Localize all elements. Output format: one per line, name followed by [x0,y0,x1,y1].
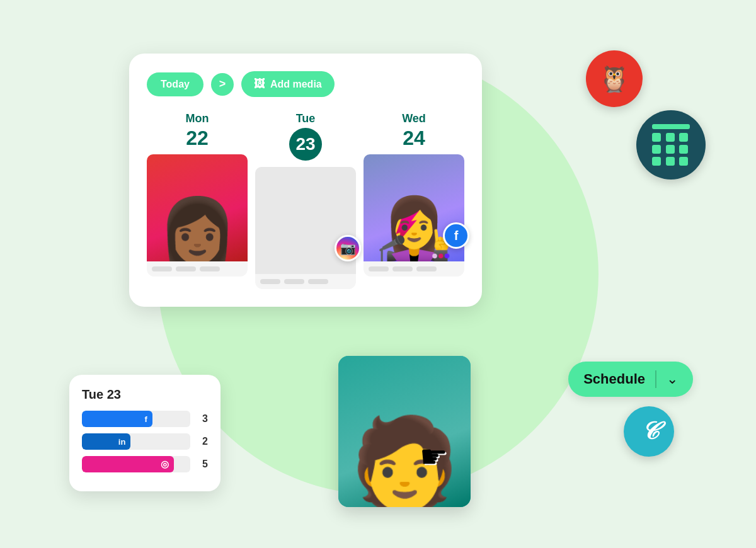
media-icon: 🖼 [254,77,265,91]
cal-cell [679,157,688,166]
instagram-stat-icon: ◎ [161,459,169,470]
day-number-wed: 24 [403,128,425,148]
stat-bar-instagram: ◎ [82,456,174,472]
scene: Today > 🖼 Add media Mon 22 [32,16,724,532]
stat-bar-wrap-instagram: ◎ [82,456,190,472]
day-number-mon: 22 [186,128,209,148]
stat-bar-wrap-linkedin: in [82,433,190,450]
days-row: Mon 22 Tue 23 📷 [147,112,464,289]
stat-row-linkedin: in 2 [82,433,208,450]
stat-bar-wrap-facebook: f [82,411,190,427]
day-name-mon: Mon [186,112,209,125]
instagram-stat-count: 5 [195,459,208,470]
next-button[interactable]: > [211,73,234,96]
c-logo-circle: 𝒞 [624,406,674,457]
cal-cell [666,157,675,166]
facebook-badge: f [443,222,469,249]
dot [369,266,389,271]
cal-cell [652,133,661,142]
cursor-icon: ☛ [420,441,448,472]
stat-bar-linkedin: in [82,433,130,450]
day-col-wed: Wed 24 f [364,112,464,289]
facebook-icon: f [454,229,459,243]
cal-cell [666,145,675,154]
schedule-button[interactable]: Schedule ⌄ [568,362,693,397]
add-media-button[interactable]: 🖼 Add media [241,71,335,97]
dot [200,266,220,271]
facebook-stat-count: 3 [195,413,208,425]
post-card-mon [147,154,248,277]
person-bottom-inner [338,356,471,507]
dot [284,279,304,284]
toolbar: Today > 🖼 Add media [147,71,464,97]
person1-image [147,154,248,261]
cal-cell [679,133,688,142]
post-card-wed: f [364,154,464,277]
dot [152,266,172,271]
dot [416,266,437,271]
linkedin-stat-count: 2 [195,436,208,447]
cal-cell [666,133,675,142]
c-logo-icon: 𝒞 [640,418,658,445]
schedule-divider [655,370,656,388]
owl-icon: 🦉 [598,64,630,94]
person-bottom-image [338,356,471,507]
post-footer-tue [255,274,356,289]
post-footer-wed [364,261,464,277]
schedule-label: Schedule [583,371,645,387]
instagram-badge: 📷 [335,235,361,261]
stats-card: Tue 23 f 3 in 2 ◎ [69,375,220,491]
facebook-stat-icon: f [144,414,147,424]
cal-cell [652,157,661,166]
day-name-tue: Tue [296,112,316,125]
dot [176,266,196,271]
linkedin-stat-icon: in [118,437,126,447]
dot [260,279,280,284]
cal-cell [652,145,661,154]
calendar-grid [652,133,690,166]
today-button[interactable]: Today [147,72,203,96]
calendar-header-line [652,124,690,129]
hootsuite-owl-circle: 🦉 [586,50,643,107]
day-col-mon: Mon 22 [147,112,248,289]
day-col-tue: Tue 23 📷 [255,112,356,289]
calendar-icon-inner [652,124,690,166]
instagram-icon: 📷 [340,241,356,256]
calendar-icon-circle [636,110,706,180]
day-number-tue: 23 [289,128,322,161]
dot [308,279,328,284]
stat-row-instagram: ◎ 5 [82,456,208,472]
stats-title: Tue 23 [82,387,208,402]
post-footer-mon [147,261,248,277]
add-media-label: Add media [270,79,322,90]
schedule-chevron-icon: ⌄ [667,371,678,387]
day-name-wed: Wed [402,112,426,125]
stat-bar-facebook: f [82,411,152,427]
calendar-card: Today > 🖼 Add media Mon 22 [129,54,482,307]
cal-cell [679,145,688,154]
post-card-tue: 📷 [255,167,356,289]
dot [392,266,413,271]
stat-row-facebook: f 3 [82,411,208,427]
